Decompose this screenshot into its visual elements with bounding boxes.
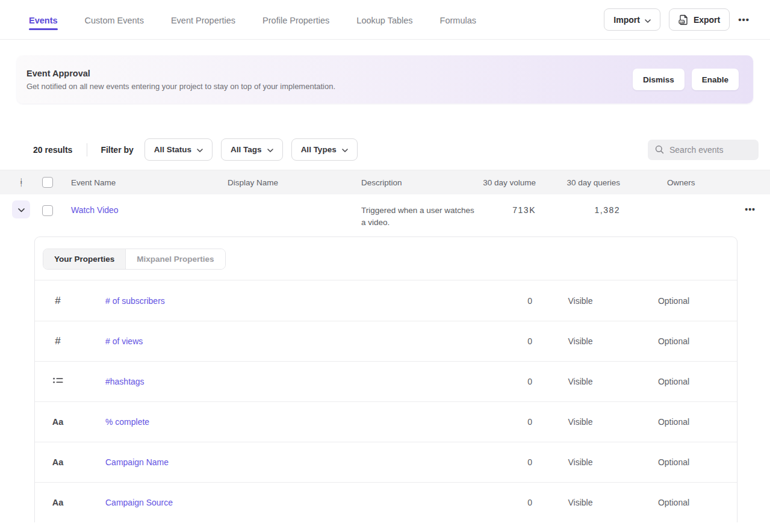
- select-all-checkbox[interactable]: [42, 177, 53, 188]
- banner-title: Event Approval: [26, 69, 633, 78]
- tab-formulas[interactable]: Formulas: [440, 2, 476, 37]
- event-description: Triggered when a user watches a video.: [361, 206, 474, 227]
- property-visibility: Visible: [532, 498, 629, 507]
- property-count: 0: [478, 457, 532, 467]
- property-requirement: Optional: [629, 296, 719, 306]
- table-row: Watch Video Triggered when a user watche…: [0, 194, 770, 233]
- filter-by-label: Filter by: [101, 145, 133, 155]
- header-description[interactable]: Description: [361, 178, 476, 187]
- divider: [87, 143, 87, 156]
- property-name-link[interactable]: #hashtags: [105, 377, 478, 386]
- header-30-day-queries[interactable]: 30 day queries: [536, 178, 620, 187]
- row-checkbox[interactable]: [42, 205, 53, 216]
- number-icon: #: [55, 335, 60, 347]
- header-event-name[interactable]: Event Name: [71, 178, 228, 187]
- nav-tabs: Events Custom Events Event Properties Pr…: [29, 2, 604, 37]
- property-name-link[interactable]: Campaign Source: [105, 498, 478, 507]
- text-icon: Aa: [52, 498, 64, 507]
- property-row: Aa Campaign Source 0 Visible Optional: [35, 482, 737, 522]
- svg-text:csv: csv: [680, 20, 685, 23]
- property-visibility: Visible: [532, 377, 629, 386]
- dismiss-button[interactable]: Dismiss: [633, 69, 685, 90]
- text-icon: Aa: [52, 457, 64, 467]
- row-more-icon[interactable]: •••: [745, 205, 756, 214]
- tab-mixpanel-properties[interactable]: Mixpanel Properties: [126, 249, 225, 269]
- property-name-link[interactable]: Campaign Name: [105, 457, 478, 467]
- property-row: # # of views 0 Visible Optional: [35, 321, 737, 361]
- export-button-label: Export: [694, 15, 720, 25]
- event-name-link[interactable]: Watch Video: [71, 205, 119, 215]
- property-visibility: Visible: [532, 296, 629, 306]
- import-button[interactable]: Import: [604, 8, 660, 31]
- banner-text: Event Approval Get notified on all new e…: [26, 69, 633, 91]
- filter-bar: 20 results Filter by All Status All Tags…: [33, 138, 759, 161]
- all-tags-dropdown[interactable]: All Tags: [221, 138, 283, 161]
- csv-file-icon: csv: [678, 14, 689, 25]
- events-table-header: ↓↑ Event Name Display Name Description 3…: [0, 170, 770, 194]
- property-visibility: Visible: [532, 457, 629, 467]
- collapse-all-icon[interactable]: ↓↑: [19, 178, 23, 187]
- header-30-day-volume[interactable]: 30 day volume: [476, 178, 536, 187]
- all-status-dropdown[interactable]: All Status: [144, 138, 213, 161]
- text-icon: Aa: [52, 417, 64, 427]
- header-owners[interactable]: Owners: [620, 178, 728, 187]
- property-row: Aa Campaign Name 0 Visible Optional: [35, 442, 737, 482]
- nav-actions: Import csv Export •••: [604, 8, 750, 31]
- search-box: [648, 140, 759, 160]
- property-visibility: Visible: [532, 336, 629, 346]
- tab-profile-properties[interactable]: Profile Properties: [262, 2, 329, 37]
- number-icon: #: [55, 295, 60, 307]
- all-types-dropdown[interactable]: All Types: [291, 138, 358, 161]
- import-button-label: Import: [613, 15, 640, 25]
- event-approval-banner: Event Approval Get notified on all new e…: [17, 55, 753, 104]
- export-button[interactable]: csv Export: [669, 8, 730, 31]
- property-requirement: Optional: [629, 417, 719, 427]
- properties-tab-control: Your Properties Mixpanel Properties: [43, 249, 226, 270]
- property-count: 0: [478, 417, 532, 427]
- list-icon: [53, 377, 63, 386]
- property-row: #hashtags 0 Visible Optional: [35, 361, 737, 401]
- more-menu-icon[interactable]: •••: [738, 15, 750, 24]
- chevron-down-icon: [197, 145, 203, 154]
- property-requirement: Optional: [629, 336, 719, 346]
- property-row: # # of subscribers 0 Visible Optional: [35, 280, 737, 321]
- header-display-name[interactable]: Display Name: [228, 178, 361, 187]
- chevron-down-icon: [18, 205, 25, 214]
- collapse-row-button[interactable]: [12, 200, 30, 218]
- event-30-day-queries: 1,382: [594, 205, 620, 215]
- tab-custom-events[interactable]: Custom Events: [85, 2, 144, 37]
- enable-button[interactable]: Enable: [692, 69, 739, 90]
- search-icon: [655, 145, 664, 154]
- all-status-label: All Status: [154, 145, 191, 154]
- chevron-down-icon: [342, 145, 348, 154]
- tab-lookup-tables[interactable]: Lookup Tables: [356, 2, 412, 37]
- banner-description: Get notified on all new events entering …: [26, 82, 633, 91]
- property-requirement: Optional: [629, 377, 719, 386]
- results-count: 20 results: [33, 145, 72, 155]
- properties-panel: Your Properties Mixpanel Properties # # …: [34, 237, 737, 522]
- property-requirement: Optional: [629, 498, 719, 507]
- chevron-down-icon: [267, 145, 273, 154]
- property-count: 0: [478, 377, 532, 386]
- top-nav: Events Custom Events Event Properties Pr…: [0, 0, 770, 40]
- chevron-down-icon: [645, 15, 651, 25]
- property-count: 0: [478, 498, 532, 507]
- property-visibility: Visible: [532, 417, 629, 427]
- property-row: Aa % complete 0 Visible Optional: [35, 401, 737, 442]
- property-name-link[interactable]: # of subscribers: [105, 296, 478, 306]
- all-tags-label: All Tags: [231, 145, 262, 154]
- property-count: 0: [478, 296, 532, 306]
- tab-event-properties[interactable]: Event Properties: [171, 2, 235, 37]
- property-name-link[interactable]: # of views: [105, 336, 478, 346]
- properties-panel-header: Your Properties Mixpanel Properties: [35, 237, 737, 280]
- all-types-label: All Types: [301, 145, 337, 154]
- search-input[interactable]: [669, 145, 748, 155]
- property-name-link[interactable]: % complete: [105, 417, 478, 427]
- property-requirement: Optional: [629, 457, 719, 467]
- tab-your-properties[interactable]: Your Properties: [43, 249, 126, 269]
- event-30-day-volume: 713K: [512, 205, 536, 215]
- property-count: 0: [478, 336, 532, 346]
- tab-events[interactable]: Events: [29, 2, 58, 37]
